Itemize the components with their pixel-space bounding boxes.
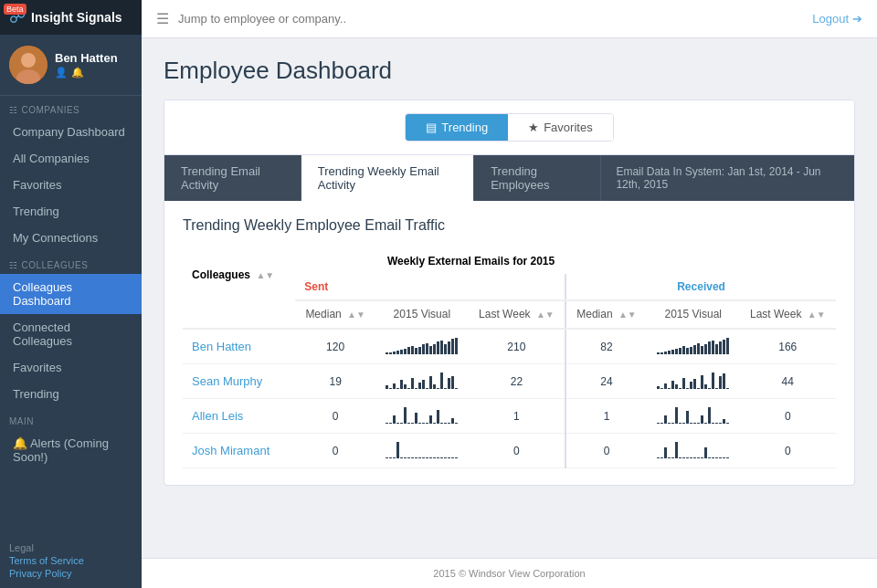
col-sent-visual: 2015 Visual	[375, 300, 469, 329]
companies-section: ☷ COMPANIES	[0, 96, 142, 119]
inner-tabs: Trending Email Activity Trending Weekly …	[164, 155, 854, 201]
star-icon: ★	[528, 121, 539, 134]
sidebar-item-company-dashboard[interactable]: Company Dashboard	[0, 119, 142, 145]
bell-icon: 🔔	[13, 436, 30, 450]
sent-group-header: Sent	[295, 274, 565, 300]
sidebar-item-connected-colleagues[interactable]: Connected Colleagues	[0, 314, 142, 354]
date-range: Email Data In System: Jan 1st, 2014 - Ju…	[601, 165, 854, 191]
cell-recv-lastweek: 44	[740, 364, 836, 399]
main-card: ▤ Trending ★ Favorites Trending Email Ac…	[164, 100, 855, 486]
received-group-header: Received	[565, 274, 836, 300]
legal-label: Legal	[9, 542, 34, 553]
col-recv-median: Median ▲▼	[565, 300, 647, 329]
sidebar-item-colleagues-dashboard[interactable]: Colleagues Dashboard	[0, 274, 142, 314]
beta-badge: Beta	[4, 4, 26, 15]
page-title: Employee Dashboard	[164, 57, 855, 85]
cell-recv-median: 82	[565, 329, 647, 364]
tab-favorites[interactable]: ★ Favorites	[508, 114, 612, 141]
table-row: Sean Murphy 19 22 24 44	[183, 364, 836, 399]
sidebar-item-colleagues-trending[interactable]: Trending	[0, 381, 142, 407]
logo-area: Beta ☍ Insight Signals	[0, 0, 142, 35]
topbar: ☰ Logout ➔	[142, 0, 877, 38]
footer-bar: 2015 © Windsor View Corporation	[142, 558, 877, 588]
cell-name[interactable]: Allen Leis	[183, 399, 295, 434]
cell-sent-lastweek: 1	[469, 399, 565, 434]
cell-recv-lastweek: 0	[740, 399, 836, 434]
cell-sent-median: 0	[295, 399, 375, 434]
sidebar-item-companies-favorites[interactable]: Favorites	[0, 172, 142, 198]
table-row: Josh Miramant 0 0 0 0	[183, 434, 836, 468]
col-blank	[183, 300, 295, 329]
cell-recv-median: 1	[565, 399, 647, 434]
cell-sent-visual	[375, 329, 469, 364]
cell-sent-visual	[375, 434, 469, 468]
cell-recv-visual	[647, 434, 740, 468]
table-row: Allen Leis 0 1 1 0	[183, 399, 836, 434]
cell-name[interactable]: Ben Hatten	[183, 329, 295, 364]
colleagues-icon: ☷	[9, 260, 18, 270]
week-label-cell: Weekly External Emails for 2015	[295, 248, 647, 274]
cell-sent-lastweek: 0	[469, 434, 565, 468]
cell-recv-visual	[647, 329, 740, 364]
logout-button[interactable]: Logout ➔	[812, 12, 862, 26]
user-icon: 👤	[55, 67, 68, 79]
cell-sent-lastweek: 22	[469, 364, 565, 399]
app-name: Insight Signals	[31, 10, 122, 25]
col-sent-lastweek: Last Week ▲▼	[469, 300, 565, 329]
sidebar-footer: Legal Terms of Service Privacy Policy	[0, 533, 142, 588]
cell-sent-lastweek: 210	[469, 329, 565, 364]
privacy-link[interactable]: Privacy Policy	[9, 568, 132, 579]
tos-link[interactable]: Terms of Service	[9, 555, 132, 566]
table-body: Ben Hatten 120 210 82 166 Sean Murphy 19…	[183, 329, 836, 468]
tab-trending-employees[interactable]: Trending Employees	[474, 155, 601, 201]
sidebar-item-alerts[interactable]: 🔔 Alerts (Coming Soon!)	[0, 430, 142, 470]
page-content: Employee Dashboard ▤ Trending ★ Favorite…	[142, 38, 877, 558]
colleagues-section: ☷ COLLEAGUES	[0, 251, 142, 274]
cell-sent-median: 120	[295, 329, 375, 364]
col-recv-visual: 2015 Visual	[647, 300, 740, 329]
table-title: Trending Weekly Employee Email Traffic	[183, 217, 836, 234]
main-content: ☰ Logout ➔ Employee Dashboard ▤ Trending…	[142, 0, 877, 588]
weekly-table: Colleagues ▲▼ Weekly External Emails for…	[183, 248, 836, 468]
cell-sent-visual	[375, 364, 469, 399]
companies-icon: ☷	[9, 105, 18, 115]
main-section: MAIN	[0, 407, 142, 430]
sort-icon-recv-lw[interactable]: ▲▼	[808, 310, 826, 320]
sidebar: Beta ☍ Insight Signals Ben Hatten 👤 🔔 ☷ …	[0, 0, 142, 588]
cell-recv-lastweek: 0	[740, 434, 836, 468]
sort-icon-sent-lw[interactable]: ▲▼	[536, 310, 555, 320]
cell-recv-median: 0	[565, 434, 647, 468]
sidebar-item-all-companies[interactable]: All Companies	[0, 145, 142, 172]
sidebar-item-my-connections[interactable]: My Connections	[0, 225, 142, 251]
sort-icon-colleagues[interactable]: ▲▼	[256, 270, 274, 280]
logout-icon: ➔	[852, 12, 862, 26]
table-section: Trending Weekly Employee Email Traffic C…	[164, 201, 854, 485]
bell-icon: 🔔	[71, 67, 84, 79]
cell-recv-median: 24	[565, 364, 647, 399]
cell-recv-lastweek: 166	[740, 329, 836, 364]
user-area: Ben Hatten 👤 🔔	[0, 35, 142, 96]
svg-point-1	[21, 53, 36, 68]
tab-toggle: ▤ Trending ★ Favorites	[405, 113, 613, 142]
chart-icon: ▤	[426, 121, 437, 134]
avatar	[9, 46, 48, 84]
cell-recv-visual	[647, 364, 740, 399]
sidebar-item-colleagues-favorites[interactable]: Favorites	[0, 354, 142, 381]
sort-icon-sent-median[interactable]: ▲▼	[347, 310, 365, 320]
cell-name[interactable]: Josh Miramant	[183, 434, 295, 468]
tab-trending[interactable]: ▤ Trending	[406, 114, 508, 141]
col-colleagues: Colleagues ▲▼	[183, 248, 295, 300]
cell-name[interactable]: Sean Murphy	[183, 364, 295, 399]
sidebar-item-companies-trending[interactable]: Trending	[0, 198, 142, 225]
tab-weekly-email[interactable]: Trending Weekly Email Activity	[301, 155, 474, 201]
col-sent-median: Median ▲▼	[295, 300, 375, 329]
hamburger-icon[interactable]: ☰	[156, 10, 169, 27]
col-recv-lastweek: Last Week ▲▼	[740, 300, 836, 329]
search-input[interactable]	[178, 12, 803, 26]
cell-recv-visual	[647, 399, 740, 434]
table-row: Ben Hatten 120 210 82 166	[183, 329, 836, 364]
cell-sent-median: 0	[295, 434, 375, 468]
tab-email-activity[interactable]: Trending Email Activity	[164, 155, 301, 201]
sort-icon-recv-median[interactable]: ▲▼	[618, 310, 637, 320]
cell-sent-median: 19	[295, 364, 375, 399]
